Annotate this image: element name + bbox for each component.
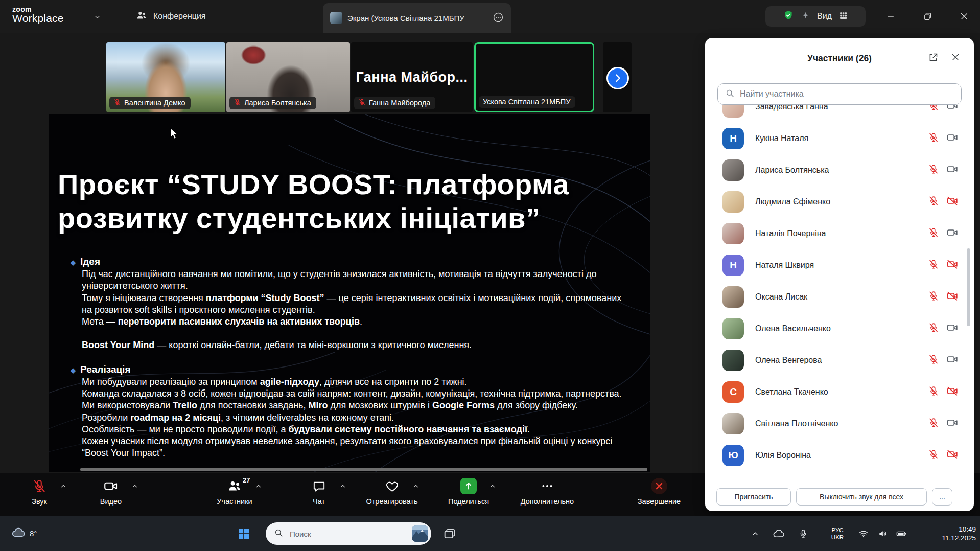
participant-row[interactable]: Олена Венгерова — [705, 345, 970, 376]
participant-row[interactable]: Завадевська Ганна — [705, 105, 970, 123]
battery-icon[interactable] — [890, 516, 913, 551]
invite-button[interactable]: Пригласить — [716, 488, 791, 506]
avatar: С — [722, 381, 744, 403]
toolbar-chevron-up-icon[interactable] — [412, 483, 419, 492]
participant-row[interactable]: ННаталя Шквиря — [705, 249, 970, 281]
mic-off-icon — [928, 105, 939, 113]
start-button[interactable] — [232, 516, 255, 551]
participant-name: Наталя Шквиря — [755, 261, 814, 270]
avatar — [722, 159, 744, 181]
toolbar-chevron-up-icon[interactable] — [489, 483, 496, 492]
mic-off-icon — [928, 449, 939, 462]
logo-chevron-down-icon[interactable] — [94, 13, 101, 23]
toolbar-chevron-up-icon[interactable] — [60, 483, 67, 492]
slide-text-line: Розробили roadmap на 2 місяці, з чіткими… — [82, 412, 628, 424]
mic-off-icon — [928, 417, 939, 430]
toolbar-chevron-up-icon[interactable] — [255, 483, 262, 492]
toolbar-end-button[interactable]: Завершение — [621, 478, 697, 512]
panel-scrollbar[interactable] — [967, 248, 970, 326]
slide-title: Проєкт “STUDY BOOST: платформа розвитку … — [58, 168, 569, 235]
toolbar-more-button[interactable]: Дополнительно — [509, 478, 586, 512]
participant-row[interactable]: ЮЮлія Вороніна — [705, 440, 970, 471]
language-switcher[interactable]: РУС UKR — [826, 516, 849, 551]
weather-temp: 8° — [30, 529, 37, 538]
participant-search-input[interactable] — [740, 89, 954, 99]
restore-button[interactable] — [913, 0, 943, 33]
tab-screen-share[interactable]: Экран (Ускова Світлана 21МБПУ — [323, 3, 511, 33]
participant-row[interactable]: Олена Васильченко — [705, 313, 970, 345]
participant-row[interactable]: ССветлана Ткаченко — [705, 376, 970, 408]
taskbar-search[interactable]: Поиск — [266, 522, 431, 545]
participant-row[interactable]: Лариса Болтянська — [705, 154, 970, 186]
view-controls[interactable]: Вид — [765, 6, 866, 27]
participant-row[interactable]: Людмила Єфіменко — [705, 186, 970, 218]
participant-row[interactable]: Наталія Почерніна — [705, 218, 970, 249]
mute-all-button[interactable]: Выключить звук для всех — [796, 488, 927, 506]
avatar — [722, 318, 744, 339]
tab-conference[interactable]: Конференция — [129, 0, 213, 33]
toolbar-label: Дополнительно — [521, 497, 574, 506]
video-tile-4[interactable]: Ускова Світлана 21МБПУ — [474, 42, 594, 112]
avatar — [722, 413, 744, 434]
avatar: Н — [722, 255, 744, 276]
share-icon — [460, 478, 477, 494]
close-button[interactable] — [949, 0, 979, 33]
participant-search[interactable] — [717, 83, 962, 105]
avatar — [722, 286, 744, 308]
toolbar-chevron-up-icon[interactable] — [131, 483, 138, 492]
participant-row[interactable]: Світлана Плотніченко — [705, 408, 970, 440]
video-tile-1[interactable]: Валентина Демко — [106, 42, 225, 112]
toolbar-label: Чат — [313, 497, 325, 506]
participant-row[interactable]: НКукіна Наталя — [705, 123, 970, 154]
tray-mic-icon[interactable] — [792, 516, 814, 551]
participant-row[interactable]: Оксана Лисак — [705, 281, 970, 313]
tray-chevron-up-icon[interactable] — [744, 516, 766, 551]
mic-off-icon — [358, 98, 366, 107]
shield-check-icon — [783, 10, 794, 23]
footer-more-button[interactable]: ... — [932, 488, 952, 506]
video-tile-3[interactable]: Ганна Майбор...Ганна Майборода — [351, 42, 473, 112]
slide-text-line: Команда складалася з 8 осіб, кожен відпо… — [82, 388, 628, 400]
clock-date: 11.12.2025 — [942, 534, 976, 542]
toolbar-chevron-up-icon[interactable] — [339, 483, 346, 492]
tab-screen-label: Экран (Ускова Світлана 21МБПУ — [347, 14, 464, 22]
avatar — [722, 223, 744, 244]
mic-off-icon — [928, 385, 939, 399]
camera-off-icon — [946, 258, 959, 272]
toolbar-label: Поделиться — [448, 497, 489, 506]
panel-close-icon[interactable] — [946, 48, 965, 66]
mic-off-icon — [928, 290, 939, 304]
participant-name: Оксана Лисак — [755, 292, 807, 302]
camera-on-icon — [946, 163, 959, 177]
tab-ellipsis-icon[interactable] — [493, 12, 504, 25]
tab-conference-label: Конференция — [153, 12, 206, 21]
participant-name: Кукіна Наталя — [755, 134, 808, 143]
chat-icon — [312, 478, 326, 494]
participant-name: Юлія Вороніна — [755, 451, 811, 460]
diamond-bullet-icon: ◆ — [71, 366, 76, 374]
camera-off-icon — [946, 448, 959, 463]
participant-name: Олена Венгерова — [755, 356, 822, 365]
minimize-button[interactable] — [875, 0, 906, 33]
mic-off-icon — [234, 98, 241, 107]
onedrive-cloud-icon[interactable] — [767, 516, 790, 551]
slide-bottom-bar — [80, 468, 647, 471]
taskbar-clock[interactable]: 10:49 11.12.2025 — [936, 516, 976, 551]
lang-line-2: UKR — [831, 534, 844, 541]
task-view-button[interactable] — [438, 516, 461, 551]
weather-widget[interactable]: 8° — [7, 516, 41, 551]
mic-off-icon — [928, 354, 939, 367]
next-videos-button[interactable] — [606, 67, 629, 89]
diamond-bullet-icon: ◆ — [71, 259, 76, 266]
participant-name: Завадевська Ганна — [755, 105, 828, 111]
slide-text-line: Boost Your Mind — короткі онлайн-батли, … — [82, 339, 628, 351]
video-tile-2[interactable]: Лариса Болтянська — [226, 42, 350, 112]
camera-on-icon — [946, 226, 959, 241]
bing-daily-image[interactable] — [412, 525, 428, 542]
taskbar-search-label: Поиск — [290, 530, 406, 538]
windows-taskbar: 8° Поиск WP РУС UKR 10:49 11.12.2025 — [0, 516, 980, 551]
tile-name-label: Валентина Демко — [109, 97, 191, 109]
toolbar-label: Звук — [32, 497, 47, 506]
grid-icon — [838, 11, 848, 22]
popout-icon[interactable] — [924, 48, 942, 66]
